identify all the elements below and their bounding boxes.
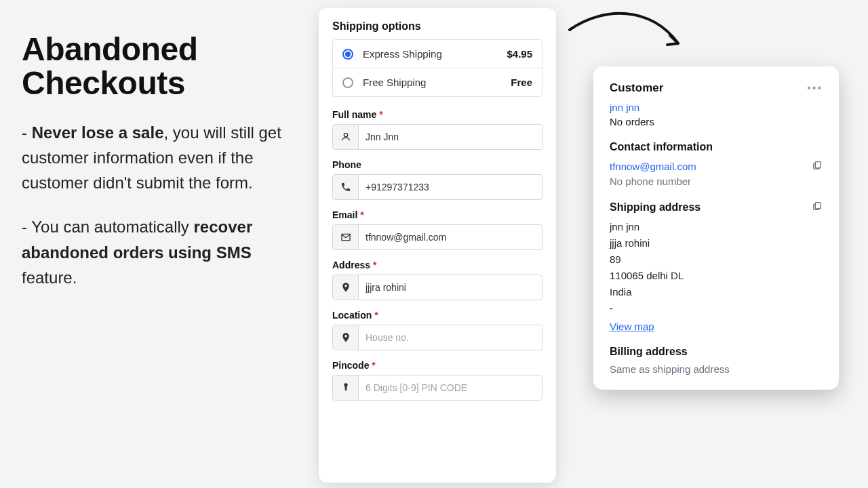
customer-email-link[interactable]: tfnnow@gmail.com <box>610 161 696 172</box>
addr-line: - <box>610 300 823 317</box>
email-icon <box>333 225 359 249</box>
pincode-label: Pincode * <box>332 360 542 371</box>
customer-orders: No orders <box>610 116 823 127</box>
more-icon[interactable]: ••• <box>807 82 823 94</box>
radio-icon <box>342 49 353 60</box>
headline-line2: Checkouts <box>22 65 185 101</box>
field-fullname: Full name * <box>332 109 542 150</box>
email-label: Email * <box>332 209 542 220</box>
user-icon <box>333 125 359 149</box>
arrow-decoration <box>563 3 698 70</box>
checkout-form: Shipping options Express Shipping $4.95 … <box>319 8 556 483</box>
address-input[interactable] <box>359 275 542 300</box>
contact-info-title: Contact information <box>610 141 713 153</box>
location-label: Location * <box>332 310 542 321</box>
location-input[interactable] <box>359 325 542 350</box>
copy-icon[interactable] <box>812 201 823 214</box>
pincode-input[interactable] <box>359 375 542 400</box>
address-label: Address * <box>332 260 542 270</box>
svg-rect-1 <box>815 162 821 168</box>
headline: Abandoned Checkouts <box>22 33 293 101</box>
phone-icon <box>333 175 359 199</box>
field-email: Email * <box>332 209 542 250</box>
field-pincode: Pincode * <box>332 360 542 401</box>
email-input[interactable] <box>359 225 542 249</box>
customer-phone: No phone number <box>610 176 823 187</box>
phone-input[interactable] <box>359 175 542 199</box>
svg-point-0 <box>344 134 347 137</box>
field-phone: Phone <box>332 159 542 200</box>
addr-line: India <box>610 284 823 300</box>
phone-label: Phone <box>332 159 542 170</box>
location-icon <box>333 275 359 300</box>
addr-line: jjja rohini <box>610 235 823 251</box>
billing-same-text: Same as shipping address <box>610 363 823 375</box>
addr-line: 89 <box>610 251 823 268</box>
view-map-link[interactable]: View map <box>610 321 654 332</box>
headline-line1: Abandoned <box>22 31 197 67</box>
shipping-option-free[interactable]: Free Shipping Free <box>333 68 542 96</box>
addr-line: jnn jnn <box>610 219 823 235</box>
paragraph-2: - You can automatically recover abandone… <box>22 214 293 290</box>
customer-name-link[interactable]: jnn jnn <box>610 102 823 113</box>
copy-icon[interactable] <box>812 160 823 173</box>
svg-rect-2 <box>815 203 821 209</box>
marketing-copy: Abandoned Checkouts - Never lose a sale,… <box>22 33 293 290</box>
billing-address-title: Billing address <box>610 346 823 358</box>
radio-icon <box>342 77 353 88</box>
addr-line: 110065 delhi DL <box>610 268 823 284</box>
shipping-address-title: Shipping address <box>610 201 701 214</box>
field-address: Address * <box>332 260 542 300</box>
shipping-options: Express Shipping $4.95 Free Shipping Fre… <box>332 39 542 97</box>
location-icon <box>333 325 359 350</box>
fullname-input[interactable] <box>359 125 542 149</box>
pin-icon <box>333 375 359 400</box>
customer-card: Customer ••• jnn jnn No orders Contact i… <box>593 66 839 390</box>
fullname-label: Full name * <box>332 109 542 120</box>
shipping-option-express[interactable]: Express Shipping $4.95 <box>333 40 542 68</box>
shipping-options-title: Shipping options <box>332 20 542 33</box>
shipping-address-block: jnn jnn jjja rohini 89 110065 delhi DL I… <box>610 219 823 317</box>
field-location: Location * <box>332 310 542 350</box>
customer-title: Customer <box>610 81 663 95</box>
paragraph-1: - Never lose a sale, you will still get … <box>22 120 293 196</box>
